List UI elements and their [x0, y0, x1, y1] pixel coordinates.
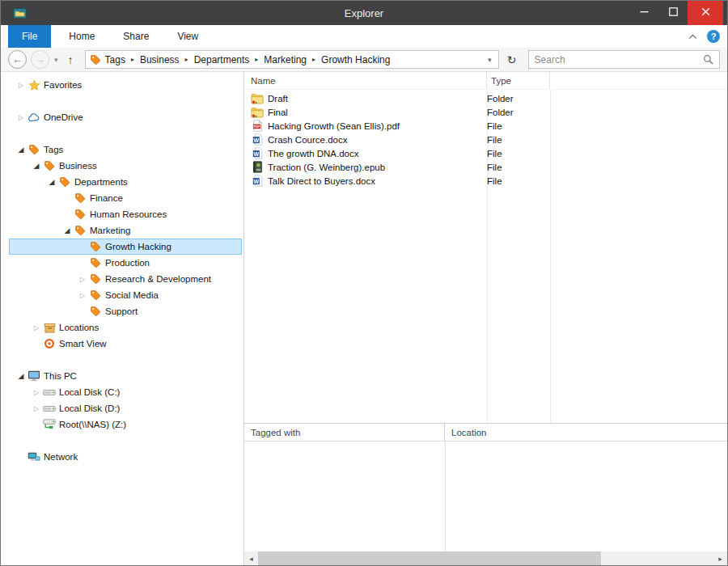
tree-item-favorites[interactable]: ▷Favorites: [9, 77, 242, 93]
window-title: Explorer: [1, 1, 727, 25]
tab-home[interactable]: Home: [58, 25, 105, 48]
tree-item-business[interactable]: ◢Business: [9, 158, 242, 174]
tree-item-marketing[interactable]: ◢Marketing: [9, 222, 242, 239]
file-type: Folder: [483, 94, 514, 103]
tree-item-social-media[interactable]: ▷Social Media: [9, 287, 242, 303]
expand-tree-icon[interactable]: ▷: [15, 82, 27, 89]
scroll-left-icon[interactable]: ◂: [244, 551, 258, 565]
file-type: Folder: [483, 108, 514, 117]
tree-item-departments[interactable]: ◢Departments: [9, 174, 242, 190]
tree-item-tags[interactable]: ◢Tags: [9, 142, 242, 158]
cloud-icon: [27, 113, 41, 122]
tree-item-onedrive[interactable]: ▷OneDrive: [9, 109, 242, 125]
address-dropdown-icon[interactable]: ▾: [485, 56, 494, 64]
tag-details-header: Tagged with Location: [244, 424, 727, 441]
scrollbar-thumb[interactable]: [258, 551, 601, 565]
tree-item-support[interactable]: Support: [9, 303, 242, 319]
column-header-tagged-with[interactable]: Tagged with: [244, 424, 445, 441]
tree-item-growth-hacking[interactable]: Growth Hacking: [9, 239, 242, 255]
tag-icon: [88, 241, 103, 252]
tag-icon: [73, 209, 87, 220]
scroll-right-icon[interactable]: ▸: [713, 551, 727, 565]
breadcrumb-separator-icon: ▸: [185, 56, 188, 63]
file-row-traction-g-weinberg-epub[interactable]: Traction (G. Weinberg).epubFile: [244, 160, 727, 174]
expand-tree-icon[interactable]: ▷: [77, 276, 88, 283]
ribbon-tab-bar: File Home Share View ?: [1, 25, 727, 48]
tab-share[interactable]: Share: [112, 25, 159, 48]
file-name: Crash Cource.docx: [264, 135, 483, 145]
tree-item-label: This PC: [41, 371, 77, 381]
close-button[interactable]: [688, 1, 723, 25]
disk-icon: [42, 388, 57, 397]
tree-item-label: Finance: [87, 193, 123, 203]
expand-tree-icon[interactable]: ▷: [77, 292, 88, 299]
tree-item-local-disk-d[interactable]: ▷Local Disk (D:): [9, 400, 242, 416]
tree-item-locations[interactable]: ▷Locations: [9, 319, 242, 336]
file-row-talk-direct-to-buyers-docx[interactable]: WTalk Direct to Buyers.docxFile: [244, 174, 727, 188]
minimize-button[interactable]: [629, 1, 658, 25]
file-row-final[interactable]: FinalFolder: [244, 105, 727, 119]
svg-text:W: W: [253, 151, 259, 157]
search-icon[interactable]: [703, 54, 713, 65]
collapse-tree-icon[interactable]: ◢: [15, 372, 27, 380]
search-input[interactable]: [535, 54, 703, 65]
breadcrumb-item-departments[interactable]: Departments: [194, 54, 250, 65]
expand-tree-icon[interactable]: ▷: [15, 114, 27, 121]
file-row-hacking-growth-sean-ellis-pdf[interactable]: PDFHacking Growth (Sean Ellis).pdfFile: [244, 119, 727, 133]
file-row-draft[interactable]: DraftFolder: [244, 91, 727, 105]
tree-item-this-pc[interactable]: ◢This PC: [9, 368, 242, 384]
tree-item-root-nas-z[interactable]: Root(\\NAS) (Z:): [9, 416, 242, 433]
address-bar[interactable]: Tags▸Business▸Departments▸Marketing▸Grow…: [85, 50, 499, 69]
locations-icon: [42, 323, 57, 333]
tab-view[interactable]: View: [167, 25, 209, 48]
expand-tree-icon[interactable]: ▷: [31, 324, 42, 332]
breadcrumb-item-growth-hacking[interactable]: Growth Hacking: [321, 54, 390, 65]
tab-file[interactable]: File: [8, 25, 51, 48]
refresh-button[interactable]: ↻: [503, 53, 521, 66]
up-button[interactable]: ↑: [63, 53, 78, 66]
tree-item-production[interactable]: Production: [9, 255, 242, 271]
smartview-icon: [42, 338, 57, 349]
tree-item-human-resources[interactable]: Human Resources: [9, 206, 242, 222]
collapse-tree-icon[interactable]: ◢: [61, 226, 73, 234]
file-type: File: [483, 163, 502, 172]
file-row-the-growth-dna-docx[interactable]: WThe growth DNA.docxFile: [244, 146, 727, 160]
tree-item-label: Support: [103, 306, 138, 316]
breadcrumb-item-business[interactable]: Business: [140, 54, 180, 65]
tree-item-label: Local Disk (D:): [57, 403, 120, 413]
column-header-name[interactable]: Name: [244, 72, 487, 89]
expand-tree-icon[interactable]: ▷: [31, 405, 42, 412]
tree-item-network[interactable]: Network: [9, 449, 242, 465]
content-area: ▷Favorites▷OneDrive◢Tags◢Business◢Depart…: [1, 72, 727, 565]
tree-item-research-development[interactable]: ▷Research & Development: [9, 271, 242, 287]
collapse-tree-icon[interactable]: ◢: [46, 178, 57, 186]
forward-button[interactable]: →: [31, 50, 49, 69]
help-icon[interactable]: ?: [707, 30, 720, 43]
tree-item-label: Production: [103, 258, 150, 268]
tree-item-local-disk-c[interactable]: ▷Local Disk (C:): [9, 384, 242, 400]
tree-item-finance[interactable]: Finance: [9, 190, 242, 206]
horizontal-scrollbar[interactable]: ◂ ▸: [244, 551, 727, 565]
collapse-tree-icon[interactable]: ◢: [15, 146, 27, 154]
file-row-crash-cource-docx[interactable]: WCrash Cource.docxFile: [244, 133, 727, 146]
navigation-toolbar: ← → ▾ ↑ Tags▸Business▸Departments▸Market…: [1, 48, 727, 72]
tree-item-label: Favorites: [41, 80, 82, 90]
folder-icon: [251, 107, 264, 118]
breadcrumb-item-tags[interactable]: Tags: [105, 54, 125, 65]
collapse-tree-icon[interactable]: ◢: [31, 162, 42, 170]
expand-tree-icon[interactable]: ▷: [31, 389, 42, 396]
file-name: The growth DNA.docx: [264, 149, 483, 158]
collapse-ribbon-icon[interactable]: [688, 34, 697, 40]
file-type: File: [483, 121, 502, 131]
maximize-button[interactable]: [658, 1, 688, 25]
tree-item-label: Social Media: [103, 290, 159, 300]
tag-icon: [42, 160, 57, 171]
docx-icon: W: [251, 133, 264, 146]
breadcrumb-item-marketing[interactable]: Marketing: [264, 54, 307, 65]
ribbon-right-controls: ?: [688, 25, 720, 48]
column-header-location[interactable]: Location: [445, 424, 727, 441]
tree-item-smart-view[interactable]: Smart View: [9, 336, 242, 352]
column-header-type[interactable]: Type: [487, 72, 550, 89]
recent-locations-dropdown-icon[interactable]: ▾: [53, 56, 59, 64]
back-button[interactable]: ←: [8, 50, 27, 69]
